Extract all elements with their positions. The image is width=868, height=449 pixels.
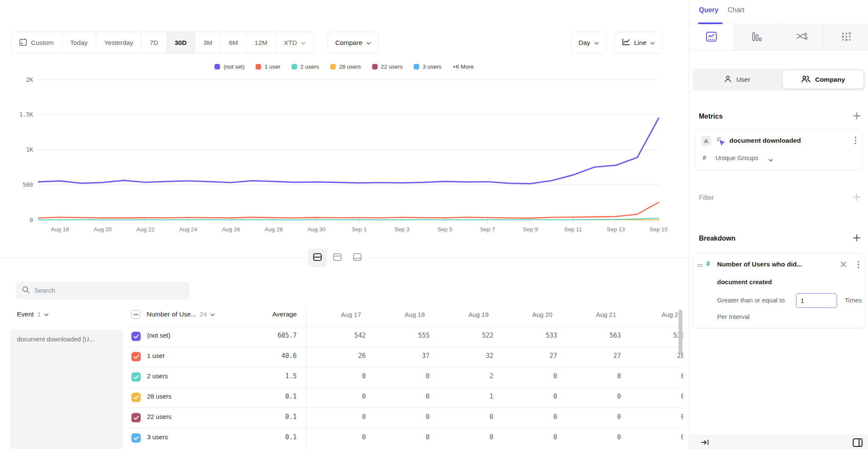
cell-value: 37 [383, 352, 447, 360]
cell-value: 555 [383, 332, 447, 339]
scope-company-option[interactable]: Company [783, 71, 863, 89]
drag-handle-icon[interactable] [697, 262, 703, 270]
query-panel: Query Chart User Company Metrics A [689, 0, 868, 449]
row-divider [127, 346, 683, 347]
date-column-header: Aug 21 [574, 306, 638, 323]
split-view-icon [313, 253, 322, 263]
average-value: 40.6 [237, 352, 297, 360]
scope-toggle: User Company [693, 69, 865, 91]
kebab-menu-icon[interactable] [857, 261, 860, 270]
breakdown-card[interactable]: # Number of Users who did... document cr… [693, 253, 865, 328]
search-box[interactable] [16, 282, 189, 299]
table-row: 3 users0.1000000 [0, 428, 683, 448]
row-divider [127, 387, 683, 388]
chart-type-line-tab[interactable] [689, 25, 734, 50]
kebab-menu-icon[interactable] [854, 136, 857, 146]
layout-table-only-button[interactable] [348, 249, 367, 267]
series-line [39, 202, 659, 218]
series-checkbox[interactable] [131, 393, 141, 402]
date-column-header: Aug 18 [383, 306, 447, 323]
cell-value: 28 [638, 352, 684, 360]
add-filter-button[interactable] [853, 193, 861, 203]
x-axis-tick-label: Aug 30 [307, 226, 326, 233]
date-column-header: Aug 20 [511, 306, 574, 323]
series-line [39, 118, 659, 184]
series-label: 3 users [147, 433, 168, 441]
x-axis-tick-label: Sep 11 [564, 226, 582, 233]
add-metric-button[interactable] [853, 112, 861, 122]
collapse-panel-icon[interactable] [701, 439, 709, 448]
chart-type-grid-tab[interactable] [823, 25, 868, 50]
table-row: 2 users1.5002000 [0, 367, 683, 387]
vertical-scrollbar[interactable] [679, 310, 682, 354]
metric-card[interactable]: A document downloaded # Unique Groups [695, 129, 862, 170]
cell-value: 0 [319, 413, 383, 421]
chart-type-bar-tab[interactable] [734, 25, 779, 50]
cell-value: 27 [511, 352, 574, 360]
x-axis-tick-label: Aug 26 [222, 226, 240, 233]
cell-value: 0 [383, 372, 447, 380]
cell-value: 533 [511, 332, 574, 339]
split-panel-icon[interactable] [852, 438, 863, 449]
cell-value: 1 [447, 393, 510, 400]
series-checkbox[interactable] [131, 332, 141, 341]
series-label: 1 user [147, 352, 165, 359]
breakdown-title: Number of Users who did... [717, 261, 802, 268]
scope-user-option[interactable]: User [693, 69, 782, 91]
layout-split-button[interactable] [308, 249, 327, 267]
y-axis-tick-label: 1.5K [19, 111, 33, 118]
table-rows: (not set)605.75425555225335635351 user40… [0, 326, 683, 448]
cell-value: 0 [574, 372, 638, 380]
cell-value: 0 [511, 372, 574, 380]
date-column-header: Aug 2 [638, 306, 684, 323]
series-checkbox[interactable] [131, 352, 141, 361]
row-divider [127, 367, 683, 367]
breakdown-event-name[interactable]: document created [717, 278, 772, 285]
value-column-header[interactable]: Number of Use... 24 [147, 306, 215, 323]
x-axis-tick-label: Aug 24 [179, 226, 198, 233]
event-column-header[interactable]: Event 1 [17, 306, 49, 323]
x-axis-tick-label: Aug 22 [136, 226, 155, 233]
metric-event-name[interactable]: document downloaded [729, 137, 801, 144]
series-checkbox[interactable] [131, 433, 141, 443]
x-axis-tick-label: Sep 3 [395, 226, 409, 233]
series-checkbox[interactable] [131, 413, 141, 422]
cell-value: 522 [447, 332, 510, 339]
cell-value: 0 [319, 393, 383, 400]
panel-bottom-bar [689, 435, 868, 449]
event-column-count: 1 [37, 310, 41, 318]
add-breakdown-button[interactable] [853, 234, 861, 244]
tab-chart[interactable]: Chart [728, 6, 744, 14]
metrics-header: Metrics [699, 113, 723, 120]
y-axis-tick-label: 0 [30, 216, 33, 223]
series-checkbox[interactable] [131, 372, 141, 382]
chart-type-flow-tab[interactable] [779, 25, 823, 50]
close-icon[interactable] [840, 261, 847, 269]
cell-value: 535 [638, 332, 684, 339]
series-label: 22 users [147, 413, 172, 420]
cell-value: 2 [447, 372, 510, 380]
cell-value: 0 [638, 413, 684, 421]
tab-query[interactable]: Query [699, 6, 718, 14]
event-spark-icon [716, 136, 726, 148]
measure-selector[interactable]: Unique Groups [715, 154, 758, 161]
average-value: 0.1 [237, 413, 297, 421]
breakdown-per-interval-label[interactable]: Per Interval [717, 313, 750, 320]
y-axis-tick-label: 500 [23, 181, 33, 188]
average-column-header[interactable]: Average [237, 306, 297, 323]
x-axis-tick-label: Sep 1 [352, 226, 367, 233]
x-axis-tick-label: Sep 13 [607, 226, 625, 233]
layout-chart-only-button[interactable] [328, 249, 347, 267]
search-input[interactable] [34, 287, 174, 294]
table-row: 1 user40.6263732272728 [0, 346, 683, 367]
line-chart-icon [706, 31, 717, 44]
y-axis-tick-label: 1K [26, 146, 33, 153]
breakdown-value-input[interactable] [796, 293, 837, 308]
breakdown-condition-label[interactable]: Greater than or equal to [717, 297, 785, 304]
line-chart[interactable]: 05001K1.5K2KAug 18Aug 20Aug 22Aug 24Aug … [0, 0, 688, 237]
x-axis-tick-label: Sep 5 [437, 226, 452, 233]
value-column-label: Number of Use... [147, 310, 196, 318]
select-all-checkbox[interactable] [131, 310, 140, 319]
table-row: 28 users0.1001000 [0, 387, 683, 407]
breakdown-unit-label: Times [845, 297, 862, 304]
